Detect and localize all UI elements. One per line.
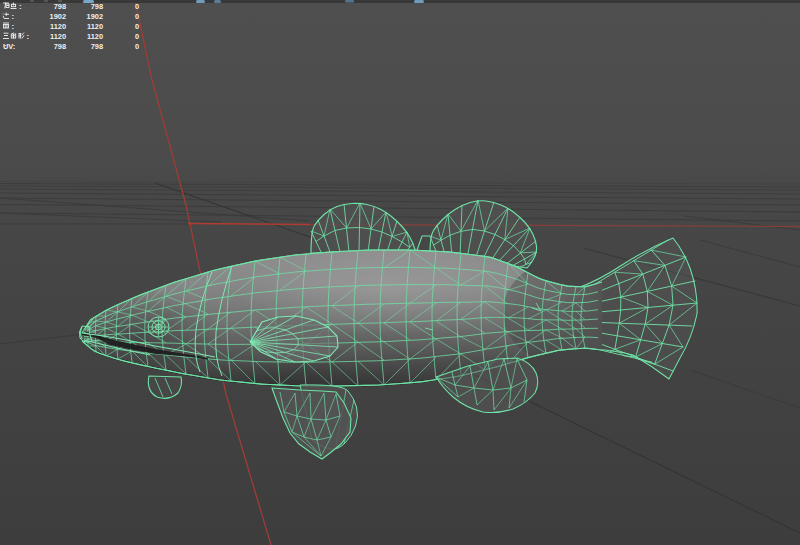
svg-text:798: 798 (54, 42, 66, 51)
svg-text:798: 798 (54, 2, 66, 11)
svg-text:1120: 1120 (87, 32, 103, 41)
svg-text::: : (12, 12, 15, 21)
svg-text::: : (19, 2, 22, 11)
svg-text:1902: 1902 (50, 12, 66, 21)
svg-text:1902: 1902 (87, 12, 103, 21)
svg-text:UV:: UV: (3, 42, 15, 51)
svg-text::: : (12, 22, 15, 31)
svg-text:0: 0 (135, 32, 139, 41)
svg-text::: : (27, 32, 30, 41)
svg-text:798: 798 (91, 42, 103, 51)
svg-text:1120: 1120 (87, 22, 103, 31)
svg-text:1120: 1120 (50, 22, 66, 31)
svg-text:1120: 1120 (50, 32, 66, 41)
svg-text:0: 0 (135, 2, 139, 11)
svg-text:798: 798 (91, 2, 103, 11)
svg-text:0: 0 (135, 42, 139, 51)
svg-text:0: 0 (135, 12, 139, 21)
svg-text:0: 0 (135, 22, 139, 31)
